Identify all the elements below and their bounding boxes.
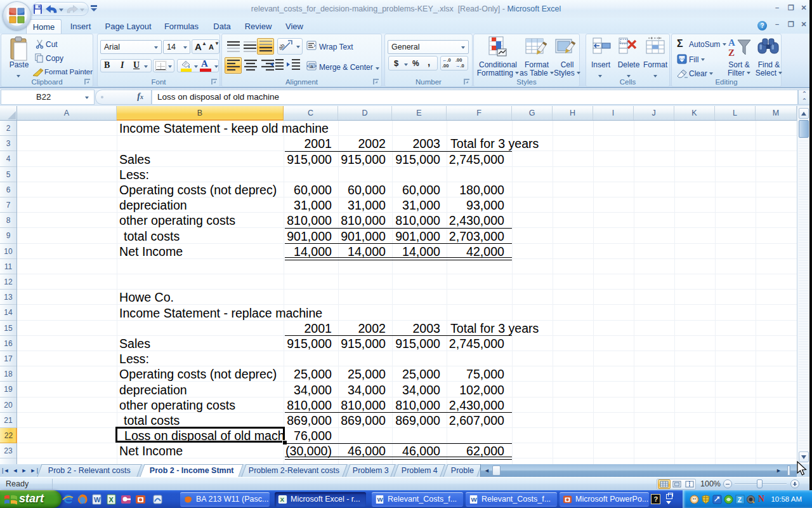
svg-text:W: W [94,496,101,504]
svg-text:Z: Z [738,497,742,504]
svg-text:W: W [471,496,478,503]
svg-text:W: W [377,496,384,503]
svg-text:a: a [310,64,313,69]
svg-text:X: X [109,496,114,504]
svg-text:X: X [280,496,285,503]
svg-text:A: A [728,37,735,48]
svg-text:Z: Z [728,48,735,58]
svg-text:ab: ab [279,43,286,51]
